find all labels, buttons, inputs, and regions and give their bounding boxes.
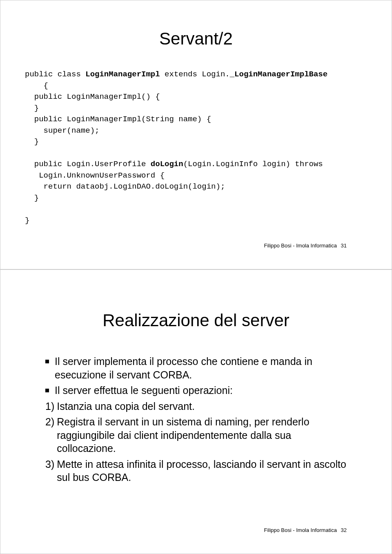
code-line: public class — [25, 70, 85, 79]
bullet-square-icon — [45, 389, 49, 392]
slide-title: Servant/2 — [25, 29, 367, 49]
bullet-square-icon — [45, 360, 49, 363]
list-item: Il server implementa il processo che con… — [45, 355, 351, 381]
footer-author: Filippo Bosi - Imola Informatica — [264, 527, 336, 533]
code-bold: LoginManagerImpl — [85, 70, 160, 79]
code-line: (Login.LoginInfo login) throws — [183, 160, 323, 169]
list-text: Mette in attesa infinita il processo, la… — [57, 458, 351, 484]
code-bold: doLogin — [151, 160, 183, 169]
code-line: } — [25, 137, 39, 146]
bullet-list: Il server implementa il processo che con… — [25, 355, 367, 484]
list-number: 3) — [45, 458, 54, 471]
code-line: public LoginManagerImpl() { — [25, 92, 160, 101]
list-text: Registra il servant in un sistema di nam… — [57, 415, 351, 455]
slide-title: Realizzazione del server — [25, 311, 367, 330]
code-line: return dataobj.LoginDAO.doLogin(login); — [25, 182, 225, 191]
code-line: public LoginManagerImpl(String name) { — [25, 115, 211, 124]
code-line: extends Login. — [160, 70, 230, 79]
code-line: super(name); — [25, 126, 99, 135]
slide-realizzazione-server: Realizzazione del server Il server imple… — [0, 269, 392, 554]
code-line: Login.UnknownUserPassword { — [25, 171, 165, 180]
list-item: 1) Istanzia una copia del servant. — [45, 400, 351, 413]
code-bold: _LoginManagerImplBase — [230, 70, 327, 79]
list-number: 1) — [45, 400, 54, 413]
bullet-text: Il server effettua le seguenti operazion… — [55, 384, 233, 397]
slide-servant-2: Servant/2 public class LoginManagerImpl … — [0, 0, 392, 269]
footer-author: Filippo Bosi - Imola Informatica — [264, 243, 336, 249]
code-block: public class LoginManagerImpl extends Lo… — [25, 69, 367, 227]
slide-footer: Filippo Bosi - Imola Informatica 32 — [264, 527, 347, 533]
list-text: Istanzia una copia del servant. — [57, 400, 195, 413]
slide-footer: Filippo Bosi - Imola Informatica 31 — [264, 243, 347, 249]
code-line: public Login.UserProfile — [25, 160, 151, 169]
list-number: 2) — [45, 415, 54, 429]
code-line: } — [25, 104, 39, 113]
list-item: Il server effettua le seguenti operazion… — [45, 384, 351, 397]
list-item: 2) Registra il servant in un sistema di … — [45, 415, 351, 455]
footer-page-number: 31 — [341, 243, 347, 249]
footer-page-number: 32 — [341, 527, 347, 533]
code-line: } — [25, 194, 39, 202]
list-item: 3) Mette in attesa infinita il processo,… — [45, 458, 351, 484]
bullet-text: Il server implementa il processo che con… — [55, 355, 351, 381]
code-line: { — [25, 81, 48, 90]
code-line: } — [25, 216, 29, 225]
